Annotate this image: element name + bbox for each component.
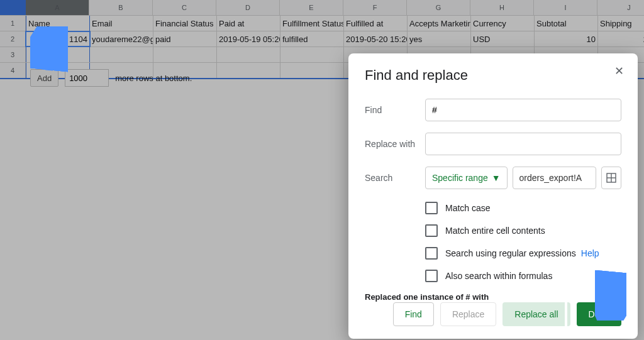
replace-input[interactable] — [425, 133, 621, 155]
cell-A3[interactable] — [26, 47, 90, 62]
row-number[interactable]: 4 — [0, 63, 26, 78]
cell-B2[interactable]: youdareme22@g — [90, 31, 153, 47]
cell-A1[interactable]: Name — [26, 16, 90, 31]
find-input[interactable] — [425, 99, 621, 121]
cell-E2[interactable]: fulfilled — [280, 31, 344, 47]
col-header-E[interactable]: E — [280, 0, 343, 15]
regex-checkbox[interactable]: Search using regular expressions Help — [425, 247, 621, 260]
replace-status-text: Replaced one instance of # with — [365, 292, 621, 302]
row-number[interactable]: 3 — [0, 47, 26, 62]
replace-label: Replace with — [365, 139, 425, 149]
cell-G2[interactable]: yes — [408, 31, 471, 47]
caret-down-icon: ▼ — [492, 173, 501, 183]
cell-H1[interactable]: Currency — [471, 16, 535, 31]
find-button[interactable]: Find — [393, 302, 434, 326]
checkbox-icon — [425, 247, 438, 260]
cell-B1[interactable]: Email — [90, 16, 153, 31]
col-header-H[interactable]: H — [470, 0, 534, 15]
cell-H2[interactable]: USD — [471, 31, 535, 47]
match-case-checkbox[interactable]: Match case — [425, 202, 621, 214]
col-header-I[interactable]: I — [534, 0, 597, 15]
cell-A2[interactable]: 1104 — [26, 31, 90, 47]
col-header-J[interactable]: J — [597, 0, 644, 15]
col-header-F[interactable]: F — [343, 0, 407, 15]
row-number[interactable]: 1 — [0, 16, 26, 31]
cell-F1[interactable]: Fulfilled at — [344, 16, 408, 31]
match-entire-cell-checkbox[interactable]: Match entire cell contents — [425, 224, 621, 237]
add-rows-button[interactable]: Add — [30, 69, 58, 87]
replace-all-button[interactable]: Replace all — [502, 302, 570, 326]
col-header-C[interactable]: C — [153, 0, 216, 15]
dialog-button-row: Find Replace Replace all Done — [365, 302, 621, 326]
row-number[interactable]: 2 — [0, 31, 26, 47]
cell-E1[interactable]: Fulfillment Status — [280, 16, 344, 31]
add-rows-suffix: more rows at bottom. — [115, 74, 192, 83]
col-header-G[interactable]: G — [407, 0, 470, 15]
cell-G1[interactable]: Accepts Marketing — [408, 16, 471, 31]
checkbox-icon — [425, 202, 438, 214]
cell-C2[interactable]: paid — [153, 31, 217, 47]
cell-J1[interactable]: Shipping — [598, 16, 644, 31]
col-header-B[interactable]: B — [89, 0, 153, 15]
cell-D1[interactable]: Paid at — [217, 16, 280, 31]
add-rows-bar: Add more rows at bottom. — [30, 69, 192, 87]
add-rows-count-input[interactable] — [65, 69, 109, 87]
select-range-icon[interactable] — [601, 167, 621, 189]
cell-C1[interactable]: Financial Status — [153, 16, 217, 31]
replace-button[interactable]: Replace — [440, 302, 496, 326]
cell-I1[interactable]: Subtotal — [535, 16, 598, 31]
col-header-A[interactable]: A — [26, 0, 89, 15]
cell-J2[interactable]: 2.99 — [598, 31, 644, 47]
row-1: 1 Name Email Financial Status Paid at Fu… — [0, 16, 644, 31]
cell-D2[interactable]: 2019-05-19 05:20 — [217, 31, 280, 47]
search-scope-dropdown[interactable]: Specific range ▼ — [425, 167, 508, 189]
column-header-row: A B C D E F G H I J — [0, 0, 644, 16]
cell-I2[interactable]: 10 — [535, 31, 598, 47]
find-replace-dialog: Find and replace ✕ Find Replace with Sea… — [348, 53, 638, 339]
dialog-title: Find and replace — [365, 67, 621, 84]
search-label: Search — [365, 173, 425, 183]
regex-help-link[interactable]: Help — [581, 248, 599, 258]
search-scope-value: Specific range — [432, 173, 488, 183]
checkbox-icon — [425, 270, 438, 282]
cell-F2[interactable]: 2019-05-20 15:20 — [344, 31, 408, 47]
close-icon[interactable]: ✕ — [611, 63, 626, 79]
col-header-D[interactable]: D — [216, 0, 280, 15]
search-formulas-checkbox[interactable]: Also search within formulas — [425, 270, 621, 282]
find-label: Find — [365, 105, 425, 115]
select-all-corner[interactable] — [0, 0, 26, 15]
search-range-input[interactable]: orders_export!A — [513, 167, 596, 189]
done-button[interactable]: Done — [577, 302, 621, 326]
checkbox-icon — [425, 224, 438, 237]
row-2: 2 1104 youdareme22@g paid 2019-05-19 05:… — [0, 31, 644, 47]
